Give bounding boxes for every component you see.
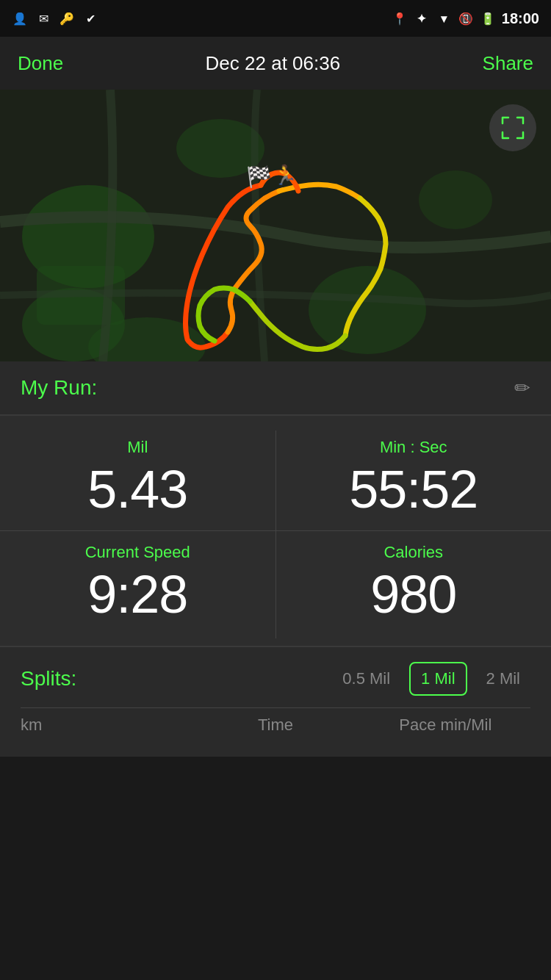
splits-col-time: Time bbox=[190, 716, 360, 735]
person-icon: 👤 bbox=[12, 10, 28, 26]
my-run-section: My Run: ✏ bbox=[0, 361, 551, 414]
email-icon: ✉ bbox=[35, 10, 51, 26]
status-icons-right: 📍 ✦ ▾ 📵 🔋 18:00 bbox=[392, 10, 539, 27]
done-button[interactable]: Done bbox=[18, 52, 63, 75]
my-run-label: My Run: bbox=[21, 376, 97, 400]
nav-title: Dec 22 at 06:36 bbox=[206, 52, 341, 75]
stats-row-2: Current Speed 9:28 Calories 980 bbox=[0, 531, 551, 638]
status-bar: 👤 ✉ 🔑 ✔ 📍 ✦ ▾ 📵 🔋 18:00 bbox=[0, 0, 551, 37]
bluetooth-icon: ✦ bbox=[414, 10, 430, 26]
signal-icon: 📵 bbox=[458, 10, 474, 26]
time-value: 55:52 bbox=[349, 463, 478, 516]
splits-col-pace: Pace min/Mil bbox=[361, 716, 530, 735]
wifi-icon: ▾ bbox=[436, 10, 452, 26]
stats-container: Mil 5.43 Min : Sec 55:52 Current Speed 9… bbox=[0, 416, 551, 646]
expand-button[interactable] bbox=[489, 104, 536, 151]
speed-stat: Current Speed 9:28 bbox=[0, 531, 276, 638]
calories-stat: Calories 980 bbox=[276, 531, 552, 638]
calories-value: 980 bbox=[370, 568, 456, 621]
svg-point-4 bbox=[309, 266, 426, 354]
map-container: 🏁 🏃 bbox=[0, 90, 551, 361]
check-icon: ✔ bbox=[82, 10, 98, 26]
speed-label: Current Speed bbox=[85, 543, 190, 562]
battery-icon: 🔋 bbox=[480, 10, 496, 26]
status-icons-left: 👤 ✉ 🔑 ✔ bbox=[12, 10, 98, 26]
splits-buttons: 0.5 Mil 1 Mil 2 Mil bbox=[332, 662, 530, 696]
time-label: Min : Sec bbox=[380, 438, 447, 457]
share-button[interactable]: Share bbox=[483, 52, 533, 75]
split-05mil-button[interactable]: 0.5 Mil bbox=[332, 663, 400, 694]
distance-label: Mil bbox=[127, 438, 148, 457]
split-1mil-button[interactable]: 1 Mil bbox=[409, 662, 467, 696]
splits-col-km: km bbox=[21, 716, 190, 735]
splits-label: Splits: bbox=[21, 667, 76, 691]
svg-text:🏃: 🏃 bbox=[273, 163, 298, 187]
status-time: 18:00 bbox=[502, 10, 539, 27]
distance-stat: Mil 5.43 bbox=[0, 430, 276, 531]
edit-icon[interactable]: ✏ bbox=[514, 377, 530, 400]
location-icon: 📍 bbox=[392, 10, 408, 26]
top-nav: Done Dec 22 at 06:36 Share bbox=[0, 37, 551, 90]
time-stat: Min : Sec 55:52 bbox=[276, 430, 552, 531]
route-map: 🏁 🏃 bbox=[0, 90, 551, 361]
svg-text:🏁: 🏁 bbox=[246, 165, 272, 189]
calories-label: Calories bbox=[383, 543, 443, 562]
splits-header: Splits: 0.5 Mil 1 Mil 2 Mil bbox=[21, 662, 530, 696]
svg-point-5 bbox=[419, 170, 492, 229]
distance-value: 5.43 bbox=[87, 463, 187, 516]
speed-value: 9:28 bbox=[87, 568, 187, 621]
stats-row-1: Mil 5.43 Min : Sec 55:52 bbox=[0, 430, 551, 531]
key-icon: 🔑 bbox=[59, 10, 75, 26]
splits-table-header: km Time Pace min/Mil bbox=[21, 707, 530, 742]
split-2mil-button[interactable]: 2 Mil bbox=[476, 663, 530, 694]
splits-section: Splits: 0.5 Mil 1 Mil 2 Mil km Time Pace… bbox=[0, 647, 551, 757]
